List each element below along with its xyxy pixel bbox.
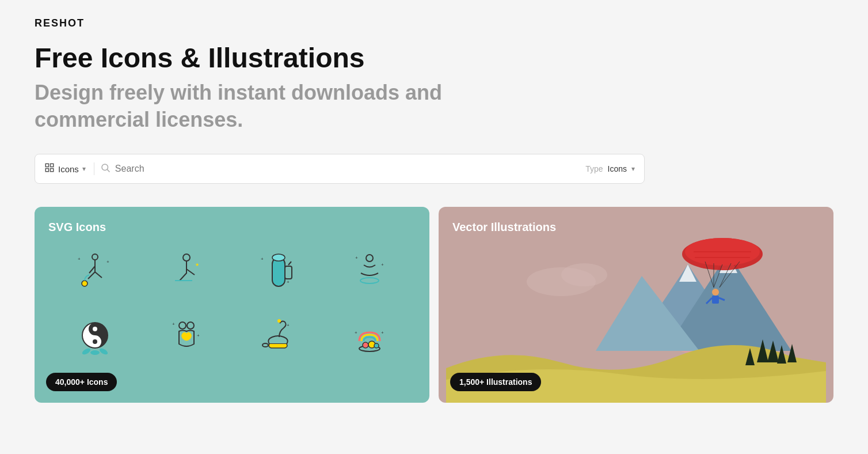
type-filter[interactable]: Type Icons ▾ (585, 164, 635, 173)
svg-text:+: + (287, 279, 290, 285)
svg-rect-69 (712, 296, 719, 304)
svg-text:+: + (106, 259, 109, 264)
svg-point-11 (82, 281, 87, 286)
svg-rect-1 (51, 164, 54, 167)
svg-point-23 (366, 255, 373, 262)
svg-point-30 (81, 347, 92, 355)
svg-icons-badge: 40,000+ Icons (46, 373, 117, 391)
svg-line-10 (95, 272, 102, 278)
svg-text:+: + (287, 323, 290, 328)
svg-point-24 (360, 278, 379, 283)
svg-point-6 (92, 254, 98, 260)
svg-point-37 (277, 319, 281, 323)
svg-point-31 (90, 350, 100, 355)
svg-rect-2 (45, 169, 48, 172)
svg-point-41 (363, 342, 368, 348)
search-bar: Icons ▾ Type Icons ▾ (35, 154, 645, 184)
cards-row: SVG Icons + + (35, 207, 833, 403)
search-input[interactable] (115, 164, 580, 174)
svg-point-43 (374, 343, 379, 348)
svg-line-20 (288, 262, 291, 265)
svg-rect-0 (45, 164, 48, 167)
svg-icons-card[interactable]: SVG Icons + + (35, 207, 429, 403)
search-input-wrapper (100, 162, 580, 175)
svg-marker-56 (787, 344, 797, 362)
family-heart-icon: + + (158, 309, 215, 367)
logo[interactable]: RESHOT (35, 17, 833, 29)
svg-point-29 (93, 339, 97, 344)
rainbow-fruit-icon: + + (341, 309, 398, 367)
type-filter-value: Icons (608, 164, 627, 173)
svg-rect-17 (272, 258, 285, 286)
svg-text:+: + (355, 255, 358, 260)
meditation-icon: + + (341, 243, 398, 301)
svg-point-68 (712, 289, 719, 296)
svg-point-4 (102, 164, 108, 171)
svg-text:+: + (355, 330, 357, 335)
type-dropdown-label: Icons (58, 164, 79, 174)
svg-rect-3 (51, 169, 54, 172)
svg-point-33 (179, 322, 186, 329)
type-dropdown[interactable]: Icons ▾ (44, 162, 94, 175)
svg-point-34 (187, 322, 194, 329)
icons-type-icon (44, 162, 55, 175)
type-filter-chevron-icon: ▾ (631, 165, 635, 173)
svg-text:+: + (172, 321, 175, 327)
svg-point-28 (93, 327, 97, 331)
yin-yang-icon (66, 309, 124, 367)
genie-lamp-icon: + (249, 309, 307, 367)
svg-marker-57 (679, 264, 696, 282)
type-filter-label: Type (585, 164, 603, 173)
svg-point-14 (183, 254, 190, 261)
svg-text:+: + (261, 256, 264, 262)
svg-point-32 (98, 347, 109, 355)
roll-icon: + + (249, 243, 307, 301)
svg-line-5 (107, 170, 109, 172)
hero-title: Free Icons & Illustrations (35, 43, 833, 74)
vector-illustrations-badge: 1,500+ Illustrations (450, 373, 541, 391)
svg-icons-title: SVG Icons (48, 221, 106, 234)
chevron-down-icon: ▾ (82, 165, 86, 173)
svg-text:+: + (381, 262, 384, 267)
svg-point-38 (262, 343, 268, 347)
vector-illustrations-card[interactable]: Vector Illustrations (439, 207, 833, 403)
svg-point-48 (561, 263, 607, 286)
svg-point-18 (272, 254, 285, 261)
svg-text:+: + (78, 256, 81, 262)
yoga-icon: + + (66, 243, 124, 301)
svg-text:+: + (197, 333, 200, 338)
search-magnifier-icon (100, 162, 111, 175)
svg-text:+: + (381, 330, 384, 335)
hero-subtitle: Design freely with instant downloads and… (35, 80, 833, 134)
svg-text:★: ★ (195, 262, 199, 267)
svg-rect-19 (285, 266, 292, 279)
workout-icon: ★ (158, 243, 215, 301)
